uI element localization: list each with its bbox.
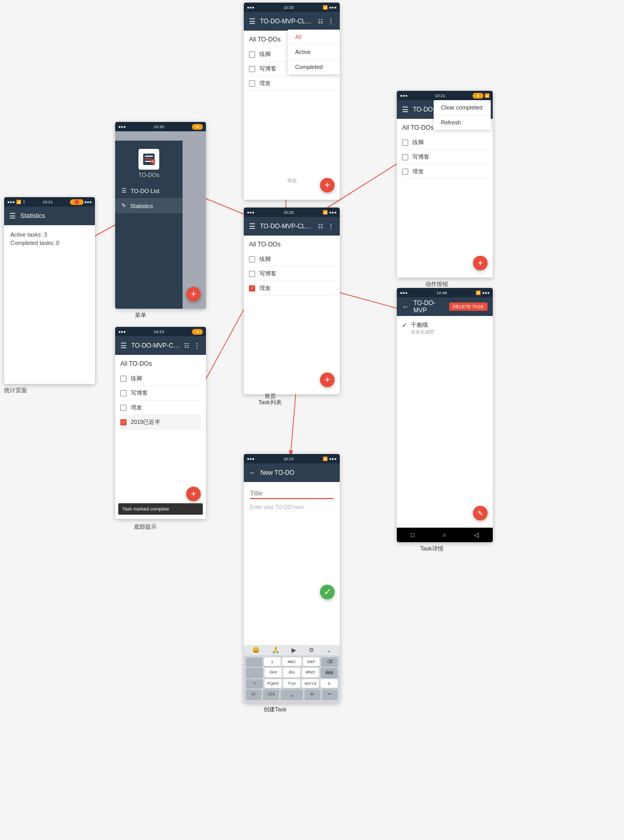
hamburger-icon-filter[interactable]: ☰: [249, 17, 256, 25]
gif-icon[interactable]: ▶: [292, 646, 296, 654]
fab-add-task-snackbar[interactable]: +: [186, 487, 201, 501]
fab-confirm-task[interactable]: ✓: [320, 585, 335, 599]
home-checkbox-2[interactable]: [249, 271, 255, 277]
app-bar-filter: ☰ TO-DO-MVP-CLE-... ☷ ⋮: [244, 12, 340, 31]
checkbox-3[interactable]: [249, 80, 255, 87]
key-ghi[interactable]: GHI: [265, 668, 282, 678]
detail-checkbox[interactable]: ✓: [402, 322, 407, 329]
drawer-item-statistics[interactable]: ✎ Statistics: [115, 198, 183, 213]
task-row-1[interactable]: 练脚: [249, 252, 335, 267]
overflow-checkbox-2[interactable]: [402, 154, 408, 160]
svg-rect-10: [145, 158, 151, 159]
key-tuv[interactable]: TUV: [283, 679, 300, 688]
clear-completed-option[interactable]: Clear completed: [434, 100, 491, 115]
fab-add-task-home[interactable]: +: [320, 373, 335, 387]
settings-icon[interactable]: ⚙: [309, 646, 314, 654]
key-123[interactable]: 123: [263, 690, 279, 699]
overflow-task-1[interactable]: 练脚: [402, 135, 488, 150]
key-jkl[interactable]: JKL: [283, 668, 300, 678]
hamburger-icon-home[interactable]: ☰: [249, 222, 256, 230]
snackbar-task-2[interactable]: 写博客: [120, 386, 201, 401]
key-pqrs[interactable]: PQRS: [265, 679, 282, 688]
sb-checkbox-4[interactable]: ✓: [120, 419, 127, 425]
sb-checkbox-2[interactable]: [120, 390, 127, 396]
key-question[interactable]: ?: [246, 679, 263, 688]
key-zh[interactable]: 行: [246, 690, 261, 699]
key-newline[interactable]: ↩: [322, 690, 338, 699]
drawer-item-label-todo: TO-DO List: [131, 188, 159, 194]
key-mid-dot[interactable]: 中: [304, 690, 320, 699]
task-row-3[interactable]: ✓ 埋发: [249, 281, 335, 296]
fab-add-task-overflow[interactable]: +: [473, 256, 488, 270]
overflow-task-label-1: 练脚: [412, 139, 424, 146]
filter-icon-home[interactable]: ☷: [318, 223, 323, 230]
drawer-item-todo[interactable]: ☰ TO-DO List: [115, 183, 183, 198]
expand-icon[interactable]: ⌄: [326, 646, 331, 654]
key-abc[interactable]: ABC: [282, 657, 301, 666]
new-task-title-input[interactable]: [250, 488, 334, 499]
nav-recents-btn[interactable]: ◁: [474, 531, 479, 539]
task-item-3[interactable]: 埋发: [249, 76, 335, 91]
filter-completed[interactable]: Completed: [288, 60, 340, 74]
back-icon[interactable]: ←: [249, 469, 256, 477]
back-icon-detail[interactable]: ←: [402, 302, 409, 311]
task-row-2[interactable]: 写博客: [249, 267, 335, 281]
drawer-header: ✓ TO-DOs: [115, 141, 183, 183]
snackbar-task-4[interactable]: ✓ 2019已近半: [120, 415, 201, 430]
sb-checkbox-3[interactable]: [120, 405, 127, 411]
refresh-option[interactable]: Refresh: [434, 115, 491, 130]
home-task-list-screen: ●●● 10:20 📶 ●●● ☰ TO-DO-MVP-CLE-... ☷ ⋮ …: [244, 208, 340, 394]
nav-home-btn[interactable]: ○: [442, 531, 446, 539]
fab-add-task[interactable]: +: [186, 287, 201, 301]
snackbar-task-1[interactable]: 练脚: [120, 371, 201, 386]
snackbar-message: Task marked complete: [118, 503, 203, 515]
overflow-checkbox-3[interactable]: [402, 169, 408, 175]
overflow-task-2[interactable]: 写博客: [402, 150, 488, 164]
home-checkbox-1[interactable]: [249, 256, 255, 263]
stats-icon: ✎: [121, 202, 126, 209]
filter-all[interactable]: All: [288, 30, 340, 45]
section-title-snackbar: All TO-DOs: [120, 360, 201, 367]
checkbox-1[interactable]: [249, 51, 255, 58]
filter-dropdown: All Active Completed: [288, 30, 340, 74]
key-enter[interactable]: 确輸: [321, 668, 338, 678]
key-0[interactable]: 0: [321, 679, 338, 688]
app-bar-overflow: ☰ TO-DO-M Clear completed Refresh: [397, 100, 493, 119]
hamburger-icon-snackbar[interactable]: ☰: [120, 341, 127, 350]
snackbar-task-3[interactable]: 埋发: [120, 401, 201, 415]
caption-task-detail: Task详情: [420, 545, 443, 553]
overflow-task-3[interactable]: 埋发: [402, 164, 488, 179]
key-delete[interactable]: ⌫: [321, 657, 338, 666]
overflow-icon-snackbar[interactable]: ⋮: [193, 341, 201, 350]
key-mno[interactable]: MNO: [302, 668, 319, 678]
emoji-icon[interactable]: 😀: [252, 646, 260, 654]
key-1[interactable]: 1: [264, 657, 281, 666]
overflow-dropdown: Clear completed Refresh: [434, 100, 491, 130]
hamburger-icon-overflow[interactable]: ☰: [402, 105, 409, 114]
sticker-icon[interactable]: 🙏: [272, 646, 280, 654]
overflow-checkbox-1[interactable]: [402, 140, 408, 146]
overflow-icon-home[interactable]: ⋮: [327, 222, 335, 230]
key-apostrophe[interactable]: ': [246, 657, 262, 666]
filter-icon-snackbar[interactable]: ☷: [184, 342, 189, 349]
key-dot[interactable]: .: [246, 668, 263, 678]
app-bar-statistics: ☰ Statistics: [4, 206, 95, 225]
filter-icon[interactable]: ☷: [318, 18, 323, 25]
filter-active[interactable]: Active: [288, 45, 340, 60]
fab-add-task-filter[interactable]: +: [320, 178, 335, 192]
home-checkbox-3[interactable]: ✓: [249, 285, 255, 292]
list-icon: ☰: [121, 187, 127, 194]
delete-task-button[interactable]: DELETE TASK: [449, 302, 488, 311]
sb-checkbox-1[interactable]: [120, 376, 127, 382]
status-bar-home: ●●● 10:20 📶 ●●●: [244, 208, 340, 217]
nav-back-btn[interactable]: □: [411, 531, 414, 539]
overflow-icon[interactable]: ⋮: [327, 17, 335, 25]
status-bar-stats: ●●● 📶 ⇧ 10:21 🔴 ●●●: [4, 197, 95, 206]
key-wxyz[interactable]: WXYZ: [302, 679, 319, 688]
home-task-1: 练脚: [259, 255, 271, 263]
key-def[interactable]: DEF: [303, 657, 320, 666]
key-space[interactable]: ␣: [281, 690, 303, 699]
checkbox-2[interactable]: [249, 66, 255, 72]
fab-edit-task[interactable]: ✎: [473, 506, 488, 520]
hamburger-icon[interactable]: ☰: [9, 212, 16, 220]
